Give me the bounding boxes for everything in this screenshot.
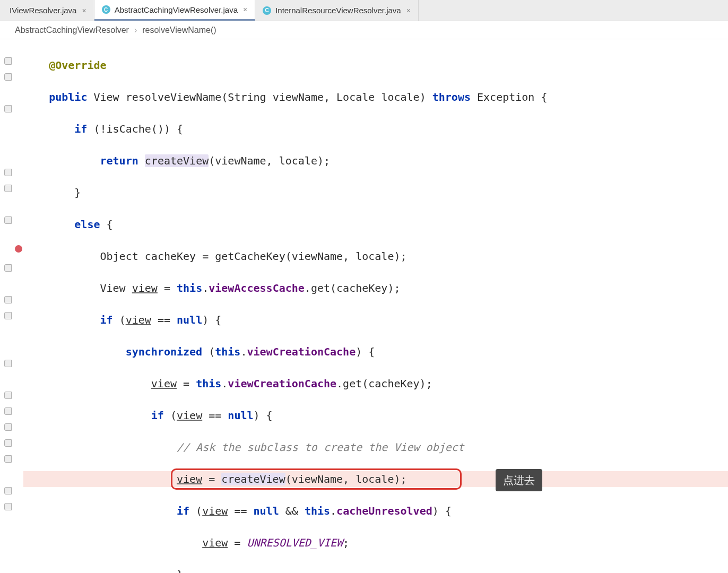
call: createView	[221, 473, 285, 485]
call: getCacheKey	[215, 250, 285, 263]
gutter[interactable]	[0, 39, 17, 573]
type: View	[100, 282, 126, 294]
kw: this	[196, 377, 221, 390]
tab-label: IViewResolver.java	[10, 6, 76, 15]
type: String	[228, 91, 266, 103]
type: Exception	[477, 91, 534, 103]
tab-abstractcachingviewresolver[interactable]: C AbstractCachingViewResolver.java ×	[94, 0, 256, 21]
const: UNRESOLVED_VIEW	[247, 536, 343, 549]
fold-marker-icon[interactable]	[4, 439, 12, 447]
fold-marker-icon[interactable]	[4, 105, 12, 112]
close-icon[interactable]: ×	[406, 6, 411, 15]
kw: public	[49, 91, 87, 103]
kw: this	[177, 282, 202, 294]
kw: if	[74, 123, 87, 135]
fold-marker-icon[interactable]	[4, 407, 12, 415]
type: Object	[100, 250, 138, 263]
editor-area: @Override public View resolveViewName(St…	[0, 39, 728, 573]
call: get	[311, 282, 330, 294]
chevron-right-icon: ›	[134, 25, 137, 35]
fold-marker-icon[interactable]	[4, 487, 12, 494]
kw: null	[228, 409, 253, 422]
op: &&	[285, 505, 298, 517]
type: Locale	[336, 91, 375, 103]
annotation-override: @Override	[49, 59, 106, 72]
tab-internalresourceviewresolver[interactable]: C InternalResourceViewResolver.java ×	[255, 0, 419, 21]
call: get	[343, 377, 362, 390]
fold-marker-icon[interactable]	[4, 503, 12, 510]
ref: cacheKey	[368, 377, 419, 390]
ref: viewName	[292, 250, 343, 263]
fold-marker-icon[interactable]	[4, 312, 12, 319]
ref: locale	[356, 473, 394, 485]
comment: // Ask the subclass to create the View o…	[177, 441, 464, 454]
class-icon: C	[102, 5, 110, 14]
close-icon[interactable]: ×	[82, 6, 86, 15]
ref: viewName	[292, 473, 343, 485]
ref: view	[202, 536, 228, 549]
kw: null	[254, 505, 279, 517]
ref: locale	[356, 250, 394, 263]
var: view	[132, 282, 158, 294]
annotation-label: 点进去	[496, 469, 542, 491]
kw: return	[100, 154, 138, 167]
breadcrumb-method[interactable]: resolveViewName()	[142, 25, 216, 35]
kw: synchronized	[126, 345, 203, 358]
fold-marker-icon[interactable]	[4, 264, 12, 272]
param: viewName	[273, 91, 324, 103]
fold-marker-icon[interactable]	[4, 392, 12, 399]
tab-label: InternalResourceViewResolver.java	[275, 6, 401, 15]
class-icon: C	[263, 6, 271, 15]
type: View	[93, 91, 119, 103]
fold-marker-icon[interactable]	[4, 360, 12, 367]
fold-marker-icon[interactable]	[4, 296, 12, 303]
kw: if	[100, 314, 113, 326]
field: viewAccessCache	[209, 282, 305, 294]
ref: view	[202, 505, 228, 517]
ref: viewName	[215, 154, 266, 167]
kw: if	[151, 409, 164, 422]
var: cacheKey	[145, 250, 196, 263]
kw: else	[74, 218, 100, 231]
fold-marker-icon[interactable]	[4, 423, 12, 431]
fold-marker-icon[interactable]	[4, 216, 12, 224]
param: locale	[381, 91, 419, 103]
call: createView	[145, 154, 209, 167]
ref: view	[177, 409, 202, 422]
code-editor[interactable]: @Override public View resolveViewName(St…	[17, 39, 728, 573]
breadcrumb: AbstractCachingViewResolver › resolveVie…	[0, 21, 728, 39]
tab-label: AbstractCachingViewResolver.java	[115, 5, 238, 14]
fold-marker-icon[interactable]	[4, 185, 12, 192]
kw: this	[215, 345, 240, 358]
field: cacheUnresolved	[336, 505, 432, 517]
kw: if	[177, 505, 189, 517]
ref: cacheKey	[336, 282, 387, 294]
ref: locale	[279, 154, 317, 167]
close-icon[interactable]: ×	[243, 5, 247, 14]
ref: view	[151, 377, 177, 390]
field: viewCreationCache	[247, 345, 356, 358]
tab-iviewresolver[interactable]: IViewResolver.java ×	[2, 0, 94, 21]
fold-marker-icon[interactable]	[4, 455, 12, 463]
breakpoint-line[interactable]: view = createView(viewName, locale);点进去	[23, 471, 728, 487]
ref: view	[126, 314, 151, 326]
kw: null	[177, 314, 202, 326]
kw: throws	[432, 91, 471, 103]
breadcrumb-class[interactable]: AbstractCachingViewResolver	[15, 25, 129, 35]
fold-marker-icon[interactable]	[4, 73, 12, 81]
fold-marker-icon[interactable]	[4, 169, 12, 176]
ref: view	[177, 473, 202, 485]
fold-marker-icon[interactable]	[4, 57, 12, 65]
field: viewCreationCache	[228, 377, 336, 390]
call: isCache	[107, 123, 151, 135]
kw: this	[305, 505, 330, 517]
method-name: resolveViewName	[126, 91, 222, 103]
editor-tabs: IViewResolver.java × C AbstractCachingVi…	[0, 0, 728, 21]
